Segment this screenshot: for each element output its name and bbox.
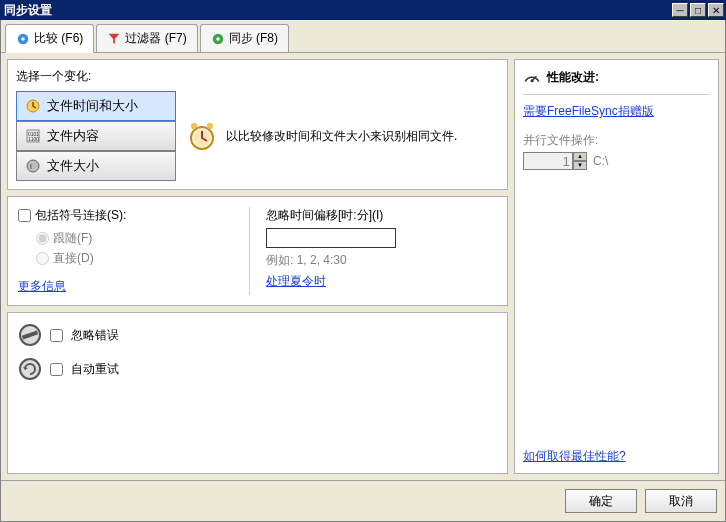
- ok-button[interactable]: 确定: [565, 489, 637, 513]
- donation-link[interactable]: 需要FreeFileSync捐赠版: [523, 103, 710, 120]
- svg-text:1100: 1100: [28, 136, 39, 142]
- error-panel: 忽略错误 自动重试: [7, 312, 508, 474]
- window-body: 比较 (F6) 过滤器 (F7) 同步 (F8) 选择一个变化: 文件时间和大小: [0, 20, 726, 522]
- include-symlinks-checkbox[interactable]: [18, 209, 31, 222]
- funnel-icon: [107, 32, 121, 46]
- handle-dst-link[interactable]: 处理夏令时: [266, 274, 326, 288]
- variant-description: 以比较修改时间和文件大小来识别相同文件.: [186, 120, 499, 152]
- left-column: 选择一个变化: 文件时间和大小 01011100 文件内容 i: [7, 59, 508, 474]
- performance-title: 性能改进:: [547, 69, 599, 86]
- include-symlinks-label: 包括符号连接(S):: [35, 207, 126, 224]
- footer: 确定 取消: [1, 480, 725, 521]
- svg-point-3: [216, 37, 220, 41]
- maximize-button[interactable]: □: [690, 3, 706, 17]
- minimize-button[interactable]: ─: [672, 3, 688, 17]
- main: 选择一个变化: 文件时间和大小 01011100 文件内容 i: [1, 53, 725, 480]
- parallel-path: C:\: [593, 154, 608, 168]
- variant-desc-text: 以比较修改时间和文件大小来识别相同文件.: [226, 128, 457, 145]
- svg-point-1: [21, 37, 25, 41]
- cancel-button[interactable]: 取消: [645, 489, 717, 513]
- right-column: 性能改进: 需要FreeFileSync捐赠版 并行文件操作: ▲ ▼ C:\ …: [514, 59, 719, 474]
- svg-point-8: [27, 160, 39, 172]
- offset-column: 忽略时间偏移[时:分](I) 例如: 1, 2, 4:30 处理夏令时: [249, 207, 497, 295]
- clock-small-icon: [25, 98, 41, 114]
- spinner-up: ▲: [573, 152, 587, 161]
- variant-size[interactable]: i 文件大小: [16, 151, 176, 181]
- svg-text:i: i: [30, 162, 32, 171]
- tab-sync-label: 同步 (F8): [229, 30, 278, 47]
- variant-panel: 选择一个变化: 文件时间和大小 01011100 文件内容 i: [7, 59, 508, 190]
- tab-filter-label: 过滤器 (F7): [125, 30, 186, 47]
- symlink-direct-radio: [36, 252, 49, 265]
- auto-retry-checkbox[interactable]: [50, 363, 63, 376]
- titlebar: 同步设置 ─ □ ✕: [0, 0, 726, 20]
- tabs: 比较 (F6) 过滤器 (F7) 同步 (F8): [1, 20, 725, 53]
- variant-time-size[interactable]: 文件时间和大小: [16, 91, 176, 121]
- ignore-errors-label: 忽略错误: [71, 327, 119, 344]
- parallel-input: [523, 152, 573, 170]
- gauge-icon: [523, 68, 541, 86]
- tab-filter[interactable]: 过滤器 (F7): [96, 24, 197, 52]
- svg-point-16: [20, 359, 40, 379]
- svg-point-12: [191, 123, 197, 129]
- gear-green-icon: [211, 32, 225, 46]
- performance-header: 性能改进:: [523, 68, 710, 95]
- variant-time-size-label: 文件时间和大小: [47, 97, 138, 115]
- ignore-errors-icon: [18, 323, 42, 347]
- auto-retry-label: 自动重试: [71, 361, 119, 378]
- offset-input[interactable]: [266, 228, 396, 248]
- best-performance-link[interactable]: 如何取得最佳性能?: [523, 448, 710, 465]
- tab-compare-label: 比较 (F6): [34, 30, 83, 47]
- more-info-link[interactable]: 更多信息: [18, 279, 66, 293]
- gear-blue-icon: [16, 32, 30, 46]
- offset-label: 忽略时间偏移[时:分](I): [266, 207, 497, 224]
- binary-icon: 01011100: [25, 128, 41, 144]
- variant-buttons: 文件时间和大小 01011100 文件内容 i 文件大小: [16, 91, 176, 181]
- symlink-direct-label: 直接(D): [53, 250, 94, 267]
- symlink-column: 包括符号连接(S): 跟随(F) 直接(D) 更多信息: [18, 207, 249, 295]
- options-panel: 包括符号连接(S): 跟随(F) 直接(D) 更多信息 忽略时间偏移[时:分](…: [7, 196, 508, 306]
- window-title: 同步设置: [4, 2, 670, 19]
- spinner-down: ▼: [573, 161, 587, 170]
- svg-point-13: [207, 123, 213, 129]
- select-change-label: 选择一个变化:: [16, 68, 499, 85]
- close-button[interactable]: ✕: [708, 3, 724, 17]
- alarm-clock-icon: [186, 120, 218, 152]
- auto-retry-icon: [18, 357, 42, 381]
- symlink-follow-radio: [36, 232, 49, 245]
- symlink-follow-label: 跟随(F): [53, 230, 92, 247]
- variant-content[interactable]: 01011100 文件内容: [16, 121, 176, 151]
- offset-example: 例如: 1, 2, 4:30: [266, 252, 497, 269]
- variant-size-label: 文件大小: [47, 157, 99, 175]
- parallel-spinner: ▲ ▼: [523, 152, 587, 170]
- tab-compare[interactable]: 比较 (F6): [5, 24, 94, 53]
- variant-content-label: 文件内容: [47, 127, 99, 145]
- parallel-label: 并行文件操作:: [523, 132, 710, 149]
- tab-sync[interactable]: 同步 (F8): [200, 24, 289, 52]
- ignore-errors-checkbox[interactable]: [50, 329, 63, 342]
- size-icon: i: [25, 158, 41, 174]
